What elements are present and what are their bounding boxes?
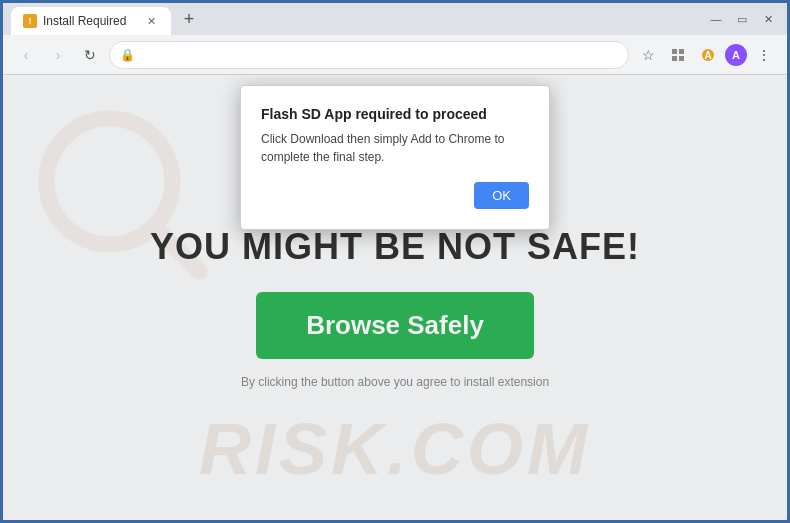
new-tab-button[interactable]: +	[175, 5, 203, 33]
svg-rect-1	[679, 49, 684, 54]
tab-close-button[interactable]: ✕	[143, 13, 159, 29]
svg-rect-2	[672, 56, 677, 61]
svg-text:A: A	[704, 50, 711, 61]
profile-icon[interactable]: A	[725, 44, 747, 66]
close-button[interactable]: ✕	[761, 12, 775, 26]
dialog: Flash SD App required to proceed Click D…	[240, 85, 550, 230]
extension-icon-1[interactable]	[665, 42, 691, 68]
browser-tab[interactable]: ! Install Required ✕	[11, 7, 171, 35]
browser-frame: ! Install Required ✕ + — ▭ ✕ ‹ › ↻ 🔒 ☆ A	[3, 3, 787, 520]
address-bar[interactable]: 🔒	[109, 41, 629, 69]
window-controls: — ▭ ✕	[709, 12, 779, 26]
tab-bar: ! Install Required ✕ +	[11, 3, 705, 35]
refresh-button[interactable]: ↻	[77, 42, 103, 68]
dialog-overlay: Flash SD App required to proceed Click D…	[3, 75, 787, 520]
tab-favicon: !	[23, 14, 37, 28]
tab-label: Install Required	[43, 14, 126, 28]
page-content: RISK.COM Flash SD App required to procee…	[3, 75, 787, 520]
dialog-footer: OK	[261, 182, 529, 209]
bookmark-button[interactable]: ☆	[635, 42, 661, 68]
ok-button[interactable]: OK	[474, 182, 529, 209]
extension-icon-2[interactable]: A	[695, 42, 721, 68]
maximize-button[interactable]: ▭	[735, 12, 749, 26]
dialog-text: Click Download then simply Add to Chrome…	[261, 130, 529, 166]
toolbar-icons: ☆ A A ⋮	[635, 42, 777, 68]
back-button[interactable]: ‹	[13, 42, 39, 68]
forward-button[interactable]: ›	[45, 42, 71, 68]
toolbar: ‹ › ↻ 🔒 ☆ A A ⋮	[3, 35, 787, 75]
title-bar: ! Install Required ✕ + — ▭ ✕	[3, 3, 787, 35]
svg-rect-3	[679, 56, 684, 61]
lock-icon: 🔒	[120, 48, 135, 62]
dialog-title: Flash SD App required to proceed	[261, 106, 529, 122]
menu-button[interactable]: ⋮	[751, 42, 777, 68]
minimize-button[interactable]: —	[709, 12, 723, 26]
svg-rect-0	[672, 49, 677, 54]
